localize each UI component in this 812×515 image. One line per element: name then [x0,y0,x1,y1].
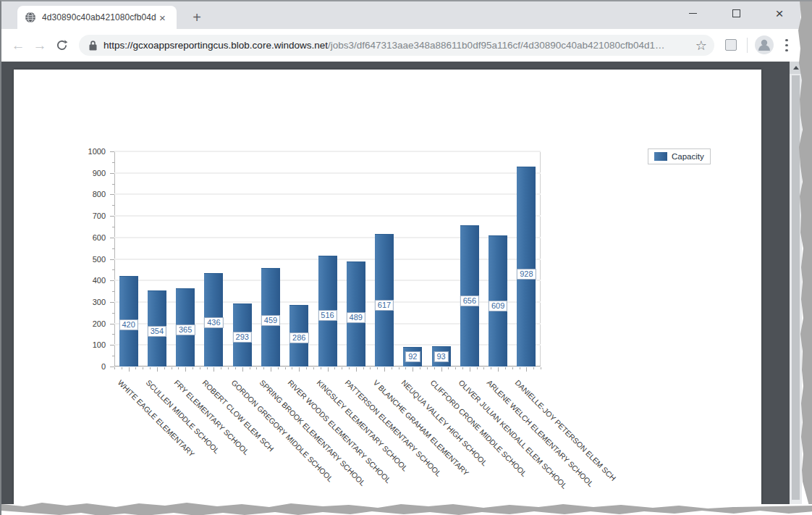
x-minor-tick [278,367,279,369]
x-minor-tick [342,367,342,369]
x-minor-tick [434,367,435,369]
x-minor-tick [313,367,314,369]
y-major-tick [110,238,114,238]
y-minor-tick [112,162,114,163]
lock-icon [89,41,97,51]
y-major-tick [110,302,114,303]
y-gridline [114,151,541,152]
page-scrollbar[interactable] [790,62,802,515]
bar-value-label: 92 [405,351,420,362]
bar-value-label: 420 [119,319,138,330]
tab-close-icon[interactable]: × [159,12,166,23]
x-minor-tick [462,367,463,369]
bar-value-label: 293 [233,332,252,343]
x-minor-tick [292,367,292,369]
bar-value-label: 354 [148,326,166,337]
x-minor-tick [334,367,335,369]
x-minor-tick [520,367,520,369]
x-major-tick [470,367,470,372]
bar-value-label: 489 [347,312,365,323]
x-minor-tick [377,367,378,369]
browser-tab[interactable]: 4d30890c40ab421080cfb04d175 × [17,6,177,29]
x-minor-tick [505,367,506,369]
y-axis-tick-label: 200 [75,319,106,328]
new-tab-button[interactable]: + [187,7,207,28]
maximize-button[interactable] [725,2,747,24]
x-minor-tick [114,367,115,369]
back-icon[interactable]: ← [7,38,29,54]
extension-icon[interactable] [725,39,737,51]
bookmark-star-icon[interactable]: ☆ [695,38,707,54]
y-minor-tick [112,334,114,335]
y-axis-tick-label: 100 [75,340,106,349]
x-minor-tick [250,367,250,369]
x-minor-tick [178,367,179,369]
browser-toolbar: ← → https://gcxoappsreportingcus.blob.co… [1,29,800,62]
x-major-tick [299,367,300,372]
x-minor-tick [512,367,513,369]
url-domain: https://gcxoappsreportingcus.blob.core.w… [103,40,328,51]
x-major-tick [185,367,186,372]
x-axis-category-label: DANIELLE-JOY PETERSON ELEM SCH [514,378,618,482]
y-axis-tick-label: 900 [75,169,106,177]
y-major-tick [110,259,114,260]
x-axis-category-label: RIVER WOODS ELEMENTARY SCHOOL [287,378,393,485]
scrollbar-up-button[interactable] [790,62,802,74]
x-minor-tick [399,367,399,369]
y-minor-tick [112,184,114,185]
x-minor-tick [256,367,257,369]
y-major-tick [110,194,114,195]
x-minor-tick [221,367,221,369]
y-axis-tick-label: 800 [75,190,106,198]
reload-icon[interactable] [51,39,72,51]
bar-value-label: 459 [261,315,280,326]
x-axis-category-label: GORDON GREGORY MIDDLE SCHOOL [229,378,334,483]
x-major-tick [413,367,413,372]
menu-kebab-icon[interactable] [783,38,790,53]
x-minor-tick [143,367,143,369]
window-close-button[interactable]: × [769,2,790,24]
x-minor-tick [405,367,406,369]
y-minor-tick [112,248,114,249]
url-bar[interactable]: https://gcxoappsreportingcus.blob.core.w… [79,35,714,56]
scrollbar-thumb[interactable] [792,75,800,500]
bar-value-label: 656 [460,296,479,306]
minimize-button[interactable] [682,2,703,24]
y-major-tick [110,280,114,281]
x-minor-tick [263,367,264,369]
x-minor-tick [150,367,151,369]
bar-value-label: 436 [204,317,223,328]
y-minor-tick [112,227,114,227]
y-minor-tick [112,356,114,356]
bar-value-label: 516 [318,310,337,321]
y-minor-tick [112,291,114,292]
x-axis-category-label: OLIVER JULIAN KENDALL ELEM SCHOOL [457,378,569,490]
x-major-tick [356,367,357,372]
profile-avatar[interactable] [755,35,774,54]
y-gridline [114,172,541,174]
bar-value-label: 93 [434,351,448,362]
y-axis-tick-label: 700 [75,212,106,220]
x-minor-tick [200,367,200,369]
y-axis-tick-label: 400 [75,276,106,285]
x-minor-tick [483,367,484,369]
x-minor-tick [321,367,321,369]
y-axis-tick-label: 300 [75,298,106,306]
tab-strip: 4d30890c40ab421080cfb04d175 × + × [1,1,800,29]
x-major-tick [441,367,442,372]
forward-icon[interactable]: → [29,38,51,54]
x-major-tick [384,367,385,372]
y-axis-tick-label: 500 [75,255,106,264]
y-major-tick [110,173,114,174]
y-major-tick [110,151,114,152]
x-major-tick [271,367,271,372]
chart-legend: Capacity [648,148,711,164]
x-minor-tick [370,367,371,369]
x-minor-tick [285,367,286,369]
x-major-tick [129,367,130,372]
y-minor-tick [112,269,114,270]
y-gridline [114,193,541,195]
y-axis-tick-label: 0 [75,362,106,371]
x-minor-tick [427,367,428,369]
tab-title: 4d30890c40ab421080cfb04d175 [42,12,156,22]
